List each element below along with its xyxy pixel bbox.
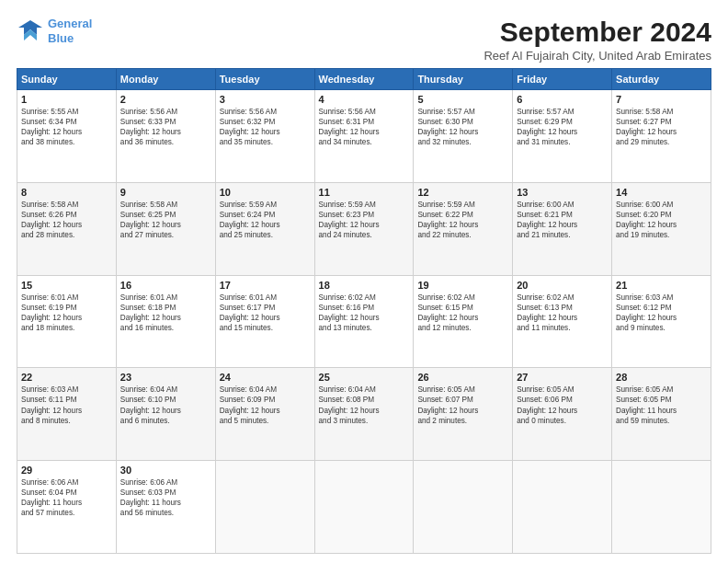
logo-line1: General: [48, 17, 92, 30]
calendar-cell: 7Sunrise: 5:58 AMSunset: 6:27 PMDaylight…: [612, 90, 711, 183]
logo-text: General Blue: [48, 17, 92, 45]
calendar-cell: 16Sunrise: 6:01 AMSunset: 6:18 PMDayligh…: [116, 275, 215, 368]
day-info: Sunrise: 5:57 AMSunset: 6:29 PMDaylight:…: [517, 107, 608, 147]
calendar-week-1: 1Sunrise: 5:55 AMSunset: 6:34 PMDaylight…: [17, 90, 711, 183]
calendar-week-4: 22Sunrise: 6:03 AMSunset: 6:11 PMDayligh…: [17, 368, 711, 461]
day-info: Sunrise: 6:06 AMSunset: 6:03 PMDaylight:…: [120, 477, 211, 518]
day-info: Sunrise: 6:04 AMSunset: 6:08 PMDaylight:…: [319, 385, 410, 425]
day-number: 28: [616, 372, 707, 383]
day-number: 20: [517, 280, 608, 291]
day-header-wednesday: Wednesday: [314, 69, 414, 90]
calendar-cell: 25Sunrise: 6:04 AMSunset: 6:08 PMDayligh…: [314, 368, 414, 461]
day-info: Sunrise: 6:00 AMSunset: 6:21 PMDaylight:…: [517, 200, 608, 240]
calendar-week-3: 15Sunrise: 6:01 AMSunset: 6:19 PMDayligh…: [17, 275, 711, 368]
day-header-saturday: Saturday: [612, 69, 711, 90]
calendar-cell: 29Sunrise: 6:06 AMSunset: 6:04 PMDayligh…: [17, 461, 117, 554]
day-info: Sunrise: 6:01 AMSunset: 6:18 PMDaylight:…: [120, 293, 211, 333]
day-info: Sunrise: 6:01 AMSunset: 6:19 PMDaylight:…: [21, 293, 112, 333]
day-info: Sunrise: 5:56 AMSunset: 6:33 PMDaylight:…: [120, 107, 211, 147]
day-info: Sunrise: 6:02 AMSunset: 6:16 PMDaylight:…: [319, 293, 410, 333]
day-info: Sunrise: 5:55 AMSunset: 6:34 PMDaylight:…: [21, 107, 112, 147]
calendar-body: 1Sunrise: 5:55 AMSunset: 6:34 PMDaylight…: [17, 90, 711, 554]
calendar-cell: 30Sunrise: 6:06 AMSunset: 6:03 PMDayligh…: [116, 461, 215, 554]
day-header-sunday: Sunday: [17, 69, 117, 90]
day-number: 30: [120, 465, 211, 476]
location-subtitle: Reef Al Fujairah City, United Arab Emira…: [483, 49, 711, 63]
calendar-cell: [314, 461, 414, 554]
calendar-week-5: 29Sunrise: 6:06 AMSunset: 6:04 PMDayligh…: [17, 461, 711, 554]
calendar-cell: 10Sunrise: 5:59 AMSunset: 6:24 PMDayligh…: [215, 182, 314, 275]
day-number: 27: [517, 372, 608, 383]
day-info: Sunrise: 6:05 AMSunset: 6:06 PMDaylight:…: [517, 385, 608, 425]
day-number: 22: [21, 372, 112, 383]
calendar-header: SundayMondayTuesdayWednesdayThursdayFrid…: [17, 69, 711, 90]
calendar-cell: 22Sunrise: 6:03 AMSunset: 6:11 PMDayligh…: [17, 368, 117, 461]
calendar-cell: 24Sunrise: 6:04 AMSunset: 6:09 PMDayligh…: [215, 368, 314, 461]
calendar-cell: 26Sunrise: 6:05 AMSunset: 6:07 PMDayligh…: [414, 368, 513, 461]
day-info: Sunrise: 5:58 AMSunset: 6:25 PMDaylight:…: [120, 200, 211, 240]
header-row: SundayMondayTuesdayWednesdayThursdayFrid…: [17, 69, 711, 90]
day-number: 15: [21, 280, 112, 291]
day-header-monday: Monday: [116, 69, 215, 90]
day-number: 14: [616, 187, 707, 198]
calendar-page: General Blue September 2024 Reef Al Fuja…: [0, 0, 728, 563]
calendar-cell: 15Sunrise: 6:01 AMSunset: 6:19 PMDayligh…: [17, 275, 117, 368]
calendar-cell: [414, 461, 513, 554]
calendar-cell: [513, 461, 612, 554]
calendar-cell: 23Sunrise: 6:04 AMSunset: 6:10 PMDayligh…: [116, 368, 215, 461]
day-info: Sunrise: 6:03 AMSunset: 6:12 PMDaylight:…: [616, 293, 707, 333]
day-info: Sunrise: 6:02 AMSunset: 6:13 PMDaylight:…: [517, 293, 608, 333]
calendar-cell: 8Sunrise: 5:58 AMSunset: 6:26 PMDaylight…: [17, 182, 117, 275]
day-number: 25: [319, 372, 410, 383]
header: General Blue September 2024 Reef Al Fuja…: [17, 17, 711, 63]
day-number: 9: [120, 187, 211, 198]
day-info: Sunrise: 6:05 AMSunset: 6:05 PMDaylight:…: [616, 385, 707, 425]
logo-line2: Blue: [48, 31, 74, 45]
day-info: Sunrise: 6:04 AMSunset: 6:10 PMDaylight:…: [120, 385, 211, 425]
day-number: 6: [517, 94, 608, 105]
day-number: 18: [319, 280, 410, 291]
day-number: 4: [319, 94, 410, 105]
day-info: Sunrise: 6:04 AMSunset: 6:09 PMDaylight:…: [220, 385, 311, 425]
day-number: 10: [220, 187, 311, 198]
day-info: Sunrise: 5:59 AMSunset: 6:22 PMDaylight:…: [417, 200, 508, 240]
calendar-cell: 6Sunrise: 5:57 AMSunset: 6:29 PMDaylight…: [513, 90, 612, 183]
calendar-cell: 12Sunrise: 5:59 AMSunset: 6:22 PMDayligh…: [414, 182, 513, 275]
calendar-cell: 19Sunrise: 6:02 AMSunset: 6:15 PMDayligh…: [414, 275, 513, 368]
day-number: 13: [517, 187, 608, 198]
logo-icon: [17, 18, 44, 44]
day-info: Sunrise: 6:00 AMSunset: 6:20 PMDaylight:…: [616, 200, 707, 240]
day-info: Sunrise: 5:56 AMSunset: 6:32 PMDaylight:…: [220, 107, 311, 147]
calendar-table: SundayMondayTuesdayWednesdayThursdayFrid…: [17, 68, 711, 554]
calendar-cell: 27Sunrise: 6:05 AMSunset: 6:06 PMDayligh…: [513, 368, 612, 461]
day-info: Sunrise: 6:06 AMSunset: 6:04 PMDaylight:…: [21, 477, 112, 518]
calendar-cell: 17Sunrise: 6:01 AMSunset: 6:17 PMDayligh…: [215, 275, 314, 368]
day-number: 1: [21, 94, 112, 105]
day-number: 17: [220, 280, 311, 291]
title-block: September 2024 Reef Al Fujairah City, Un…: [483, 17, 711, 63]
calendar-cell: 3Sunrise: 5:56 AMSunset: 6:32 PMDaylight…: [215, 90, 314, 183]
day-info: Sunrise: 5:56 AMSunset: 6:31 PMDaylight:…: [319, 107, 410, 147]
day-number: 19: [417, 280, 508, 291]
day-info: Sunrise: 6:03 AMSunset: 6:11 PMDaylight:…: [21, 385, 112, 425]
day-info: Sunrise: 6:02 AMSunset: 6:15 PMDaylight:…: [417, 293, 508, 333]
day-info: Sunrise: 5:58 AMSunset: 6:26 PMDaylight:…: [21, 200, 112, 240]
month-title: September 2024: [483, 17, 711, 47]
day-number: 8: [21, 187, 112, 198]
day-info: Sunrise: 5:59 AMSunset: 6:24 PMDaylight:…: [220, 200, 311, 240]
calendar-week-2: 8Sunrise: 5:58 AMSunset: 6:26 PMDaylight…: [17, 182, 711, 275]
logo: General Blue: [17, 17, 92, 45]
calendar-cell: 4Sunrise: 5:56 AMSunset: 6:31 PMDaylight…: [314, 90, 414, 183]
day-number: 16: [120, 280, 211, 291]
day-number: 7: [616, 94, 707, 105]
day-number: 23: [120, 372, 211, 383]
day-header-friday: Friday: [513, 69, 612, 90]
calendar-cell: 14Sunrise: 6:00 AMSunset: 6:20 PMDayligh…: [612, 182, 711, 275]
day-number: 26: [417, 372, 508, 383]
day-info: Sunrise: 6:01 AMSunset: 6:17 PMDaylight:…: [220, 293, 311, 333]
calendar-cell: 20Sunrise: 6:02 AMSunset: 6:13 PMDayligh…: [513, 275, 612, 368]
calendar-cell: 9Sunrise: 5:58 AMSunset: 6:25 PMDaylight…: [116, 182, 215, 275]
day-number: 3: [220, 94, 311, 105]
calendar-cell: 11Sunrise: 5:59 AMSunset: 6:23 PMDayligh…: [314, 182, 414, 275]
day-number: 2: [120, 94, 211, 105]
